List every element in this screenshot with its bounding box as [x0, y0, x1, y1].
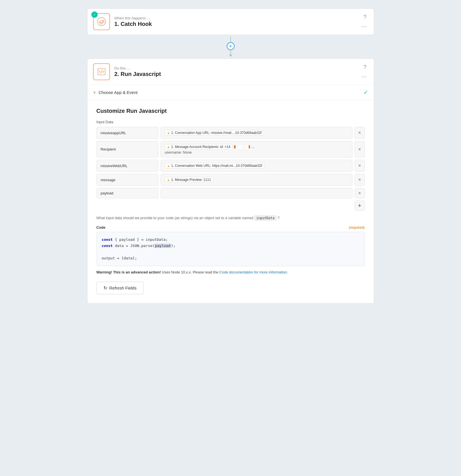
- refresh-icon: ↻: [104, 285, 107, 291]
- recipient-tag-line: ▲ 1. Message Account Recipients: id: +14…: [165, 144, 255, 150]
- svg-line-7: [101, 70, 102, 74]
- value-tag-message: ▲ 1. Message Preview: 1111: [165, 177, 213, 183]
- code-content: const { payload } = inputData; const dat…: [102, 237, 359, 261]
- code-svg-icon: [97, 67, 106, 76]
- helper-text-after: ?: [276, 216, 280, 220]
- connector-line-top: [230, 37, 231, 42]
- step2-title: 2. Run Javascript: [114, 71, 360, 77]
- step1-check-icon: ✓: [91, 12, 98, 18]
- input-data-label: Input Data: [96, 120, 365, 124]
- input-value-missiveappurl[interactable]: ▲ 1. Conversation App URL: missive://mai…: [161, 127, 352, 139]
- step2-card: Do this ... 2. Run Javascript ? ⋯ ∨ Choo…: [87, 59, 374, 304]
- customize-title: Customize Run Javascript: [96, 108, 365, 114]
- input-row-missiveappurl: missiveappURL ▲ 1. Conversation App URL:…: [96, 127, 365, 139]
- step1-subtitle: When this happens ...: [114, 16, 360, 20]
- chevron-down-icon: ∨: [93, 90, 96, 95]
- input-key-payload: payload: [96, 188, 158, 198]
- input-row-message: message ▲ 1. Message Preview: 1111 ×: [96, 174, 365, 186]
- input-value-recipient[interactable]: ▲ 1. Message Account Recipients: id: +14…: [161, 141, 352, 158]
- svg-line-4: [100, 22, 101, 23]
- step2-help-button[interactable]: ?: [362, 64, 368, 71]
- step2-icon: [93, 63, 110, 80]
- input-row-payload: payload ×: [96, 188, 365, 198]
- recipient-extra-line: username: None: [165, 150, 192, 154]
- code-header: Code (required): [96, 225, 365, 230]
- step1-card: ✓ When this happens ... 1. Catch Hook ? …: [87, 8, 374, 35]
- remove-btn-missiveappurl[interactable]: ×: [355, 127, 365, 139]
- step1-help-button[interactable]: ?: [362, 14, 368, 21]
- recipient-extra-text: username: None: [165, 150, 192, 154]
- remove-btn-payload[interactable]: ×: [355, 188, 365, 198]
- tag-ellipsis-recipient: ...: [252, 145, 255, 149]
- step1-title: 1. Catch Hook: [114, 21, 360, 27]
- input-key-recipient: Recipient: [96, 141, 158, 158]
- choose-app-label: Choose App & Event: [99, 90, 363, 95]
- step2-info: Do this ... 2. Run Javascript: [114, 66, 360, 77]
- tag-label-missiveweburl: 1. Conversation Web URL: https://mail.mi…: [171, 164, 262, 168]
- key-text-recipient: Recipient: [101, 147, 116, 151]
- remove-btn-message[interactable]: ×: [355, 174, 365, 186]
- step2-more-button[interactable]: ⋯: [360, 73, 368, 80]
- tag-icon-recipient: ▲: [167, 145, 170, 149]
- svg-point-2: [103, 20, 104, 22]
- svg-line-5: [102, 21, 102, 23]
- customize-panel: Customize Run Javascript Input Data miss…: [87, 100, 374, 303]
- refresh-label: Refresh Fields: [109, 286, 137, 290]
- helper-text: What input data should we provide to you…: [96, 215, 365, 221]
- input-key-message: message: [96, 174, 158, 186]
- tag-icon-message: ▲: [167, 178, 170, 181]
- key-text-missiveweburl: missiveWebURL: [101, 164, 128, 168]
- connector-arrow: [229, 55, 232, 57]
- workflow-container: ✓ When this happens ... 1. Catch Hook ? …: [87, 8, 374, 304]
- value-tag-missiveweburl: ▲ 1. Conversation Web URL: https://mail.…: [165, 163, 265, 169]
- webhook-svg-icon: [97, 17, 106, 26]
- step1-info: When this happens ... 1. Catch Hook: [114, 16, 360, 27]
- choose-app-check-icon: ✓: [363, 89, 368, 96]
- remove-btn-missiveweburl[interactable]: ×: [355, 160, 365, 172]
- connector-line-bottom: [230, 50, 231, 55]
- tag-label-message: 1. Message Preview: 1111: [171, 178, 211, 182]
- svg-point-1: [99, 22, 100, 23]
- step1-more-button[interactable]: ⋯: [360, 23, 368, 30]
- code-label: Code: [96, 225, 106, 230]
- input-value-payload[interactable]: [161, 188, 352, 198]
- input-row-missiveweburl: missiveWebURL ▲ 1. Conversation Web URL:…: [96, 160, 365, 172]
- blurred-phone: ██████: [234, 145, 250, 149]
- input-value-missiveweburl[interactable]: ▲ 1. Conversation Web URL: https://mail.…: [161, 160, 352, 172]
- tag-icon-missiveweburl: ▲: [167, 164, 170, 167]
- add-step-button[interactable]: +: [227, 42, 235, 50]
- key-text-payload: payload: [101, 191, 114, 195]
- tag-label-recipient: 1. Message Account Recipients: id: +14: [171, 145, 230, 149]
- warning-text-content: Uses Node 10.x.x. Please read the: [161, 270, 219, 274]
- tag-label-missiveappurl: 1. Conversation App URL: missive://mail.…: [171, 131, 262, 135]
- input-key-missiveweburl: missiveWebURL: [96, 160, 158, 172]
- code-docs-link[interactable]: Code documentation for more information.: [219, 270, 288, 274]
- step1-actions: ? ⋯: [360, 14, 368, 30]
- code-editor[interactable]: const { payload } = inputData; const dat…: [96, 232, 365, 266]
- inputdata-code-inline: inputData: [254, 215, 276, 221]
- helper-text-before: What input data should we provide to you…: [96, 216, 254, 220]
- input-row-recipient: Recipient ▲ 1. Message Account Recipient…: [96, 141, 365, 158]
- warning-text: Warning! This is an advanced action! Use…: [96, 270, 365, 275]
- step1-icon: ✓: [93, 13, 110, 30]
- required-badge: (required): [349, 225, 365, 230]
- warning-bold: Warning! This is an advanced action!: [96, 270, 161, 274]
- value-tag-recipient: ▲ 1. Message Account Recipients: id: +14: [165, 144, 233, 150]
- add-field-button[interactable]: +: [355, 201, 365, 211]
- add-field-container: +: [96, 201, 365, 211]
- remove-btn-recipient[interactable]: ×: [355, 141, 365, 158]
- svg-point-0: [97, 18, 105, 26]
- refresh-fields-button[interactable]: ↻ Refresh Fields: [96, 282, 144, 294]
- step2-subtitle: Do this ...: [114, 66, 360, 70]
- tag-icon-missiveappurl: ▲: [167, 131, 170, 134]
- step2-actions: ? ⋯: [360, 64, 368, 80]
- key-text-message: message: [101, 178, 116, 182]
- input-key-missiveappurl: missiveappURL: [96, 127, 158, 139]
- step-connector: +: [87, 35, 374, 59]
- step2-header: Do this ... 2. Run Javascript ? ⋯: [87, 59, 374, 85]
- key-text-missiveappurl: missiveappURL: [101, 131, 126, 135]
- value-tag-missiveappurl: ▲ 1. Conversation App URL: missive://mai…: [165, 130, 264, 136]
- input-value-message[interactable]: ▲ 1. Message Preview: 1111: [161, 174, 352, 186]
- choose-app-section[interactable]: ∨ Choose App & Event ✓: [87, 85, 374, 100]
